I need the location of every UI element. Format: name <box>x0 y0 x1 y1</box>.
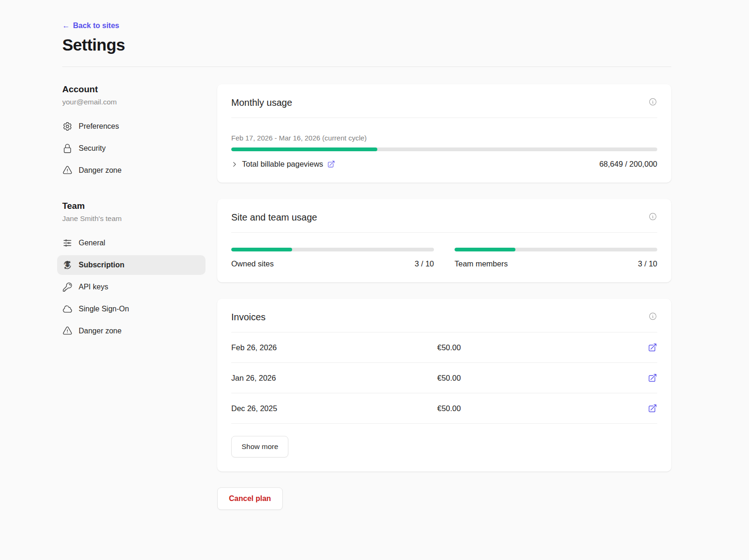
billable-pageviews-label: Total billable pageviews <box>242 160 323 169</box>
back-to-sites-link[interactable]: ← Back to sites <box>62 22 119 30</box>
invoice-open-button[interactable] <box>648 373 657 383</box>
monthly-usage-progress-fill <box>231 147 377 151</box>
team-members-progress-fill <box>455 248 515 251</box>
info-icon <box>648 97 657 106</box>
info-icon <box>648 212 657 221</box>
show-more-button[interactable]: Show more <box>231 436 288 457</box>
invoice-amount: €50.00 <box>437 374 643 383</box>
account-email: your@email.com <box>62 98 206 106</box>
team-name: Jane Smith's team <box>62 214 206 223</box>
invoice-date: Feb 26, 2026 <box>231 343 437 352</box>
monthly-usage-info-button[interactable] <box>648 97 657 106</box>
owned-sites-value: 3 / 10 <box>415 259 434 268</box>
sidebar-item-label: Subscription <box>79 261 125 269</box>
sidebar-item-label: Danger zone <box>79 327 122 335</box>
warning-triangle-icon <box>62 165 73 176</box>
cancel-plan-button[interactable]: Cancel plan <box>217 487 283 510</box>
owned-sites-label: Owned sites <box>231 259 274 268</box>
billing-cycle-label: Feb 17, 2026 - Mar 16, 2026 (current cyc… <box>231 134 657 142</box>
team-members-progress-track <box>455 248 657 251</box>
invoice-open-button[interactable] <box>648 404 657 413</box>
site-team-usage-card: Site and team usage Owned sites 3 / 10 <box>217 199 671 282</box>
invoice-date: Jan 26, 2026 <box>231 374 437 383</box>
billable-pageviews-row[interactable]: Total billable pageviews 68,649 / 200,00… <box>231 160 657 169</box>
sidebar-item-security[interactable]: Security <box>57 139 206 158</box>
team-members-label: Team members <box>455 259 508 268</box>
sidebar-item-label: Danger zone <box>79 166 122 175</box>
site-team-usage-title: Site and team usage <box>231 212 317 223</box>
card-divider <box>231 118 657 118</box>
external-link-icon <box>648 404 657 413</box>
account-nav: Preferences Security Danger zone <box>57 117 206 180</box>
external-link-icon <box>648 373 657 383</box>
external-link-icon <box>648 343 657 352</box>
invoices-info-button[interactable] <box>648 312 657 321</box>
sidebar-item-preferences[interactable]: Preferences <box>57 117 206 136</box>
sidebar-item-label: General <box>79 239 105 247</box>
sliders-icon <box>62 238 73 248</box>
sidebar-item-label: Preferences <box>79 122 119 131</box>
owned-sites-progress-track <box>231 248 434 251</box>
key-icon <box>62 282 73 292</box>
invoices-title: Invoices <box>231 312 265 323</box>
external-link-icon[interactable] <box>327 160 335 168</box>
invoices-card: Invoices Feb 26, 2026 €50.00 Jan 26, 202… <box>217 299 671 472</box>
back-arrow-icon: ← <box>62 22 70 30</box>
invoice-row: Feb 26, 2026 €50.00 <box>231 332 657 363</box>
settings-sidebar: Account your@email.com Preferences Secur… <box>62 84 206 341</box>
settings-main: Monthly usage Feb 17, 2026 - Mar 16, 202… <box>217 84 671 510</box>
team-members-meter: Team members 3 / 10 <box>455 248 657 268</box>
monthly-usage-progress-track <box>231 147 657 151</box>
invoice-row: Jan 26, 2026 €50.00 <box>231 363 657 393</box>
sidebar-item-subscription[interactable]: Subscription <box>57 255 206 275</box>
owned-sites-progress-fill <box>231 248 292 251</box>
lock-icon <box>62 143 73 154</box>
invoice-date: Dec 26, 2025 <box>231 404 437 413</box>
sidebar-item-api-keys[interactable]: API keys <box>57 277 206 297</box>
sidebar-item-single-sign-on[interactable]: Single Sign-On <box>57 299 206 319</box>
monthly-usage-title: Monthly usage <box>231 97 292 108</box>
sidebar-item-label: Single Sign-On <box>79 305 129 313</box>
page-title: Settings <box>62 36 671 54</box>
subscription-dollar-icon <box>62 260 73 270</box>
invoice-amount: €50.00 <box>437 404 643 413</box>
sidebar-section-account: Account your@email.com Preferences Secur… <box>62 84 206 180</box>
team-section-heading: Team <box>62 201 206 211</box>
invoice-row: Dec 26, 2025 €50.00 <box>231 393 657 424</box>
cloud-icon <box>62 304 73 314</box>
sidebar-item-general[interactable]: General <box>57 233 206 253</box>
back-link-label: Back to sites <box>73 22 119 30</box>
account-section-heading: Account <box>62 84 206 95</box>
gear-icon <box>62 121 73 132</box>
sidebar-item-label: API keys <box>79 283 108 291</box>
team-members-value: 3 / 10 <box>638 259 657 268</box>
invoice-amount: €50.00 <box>437 343 643 352</box>
invoice-open-button[interactable] <box>648 343 657 352</box>
sidebar-item-team-danger-zone[interactable]: Danger zone <box>57 321 206 341</box>
info-icon <box>648 312 657 321</box>
owned-sites-meter: Owned sites 3 / 10 <box>231 248 434 268</box>
monthly-usage-card: Monthly usage Feb 17, 2026 - Mar 16, 202… <box>217 84 671 183</box>
chevron-right-icon <box>231 161 238 168</box>
sidebar-item-account-danger-zone[interactable]: Danger zone <box>57 161 206 180</box>
sidebar-section-team: Team Jane Smith's team General Subscript… <box>62 201 206 341</box>
sidebar-item-label: Security <box>79 144 106 153</box>
billable-pageviews-value: 68,649 / 200,000 <box>599 160 657 169</box>
settings-page: ← Back to sites Settings Account your@em… <box>0 0 749 529</box>
header-divider <box>62 66 671 67</box>
team-nav: General Subscription API keys Single Sig… <box>57 233 206 341</box>
site-team-usage-info-button[interactable] <box>648 212 657 221</box>
warning-triangle-icon <box>62 326 73 336</box>
card-divider <box>231 232 657 233</box>
